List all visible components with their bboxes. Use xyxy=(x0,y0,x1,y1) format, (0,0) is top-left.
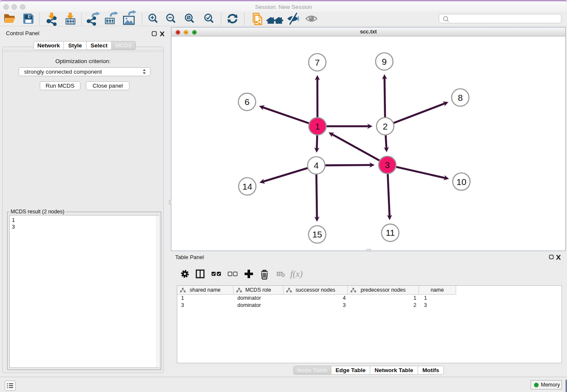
svg-text:1: 1 xyxy=(315,121,320,131)
svg-text:14: 14 xyxy=(242,182,253,191)
svg-text:2: 2 xyxy=(383,121,388,131)
svg-text:7: 7 xyxy=(315,58,320,67)
svg-text:4: 4 xyxy=(314,160,319,170)
svg-text:6: 6 xyxy=(245,97,250,107)
svg-text:9: 9 xyxy=(382,57,387,66)
svg-text:8: 8 xyxy=(458,93,463,102)
svg-text:10: 10 xyxy=(457,177,466,187)
svg-text:3: 3 xyxy=(385,160,390,170)
svg-text:15: 15 xyxy=(312,229,322,239)
svg-text:f(x): f(x) xyxy=(290,269,303,279)
svg-text:11: 11 xyxy=(385,228,395,237)
